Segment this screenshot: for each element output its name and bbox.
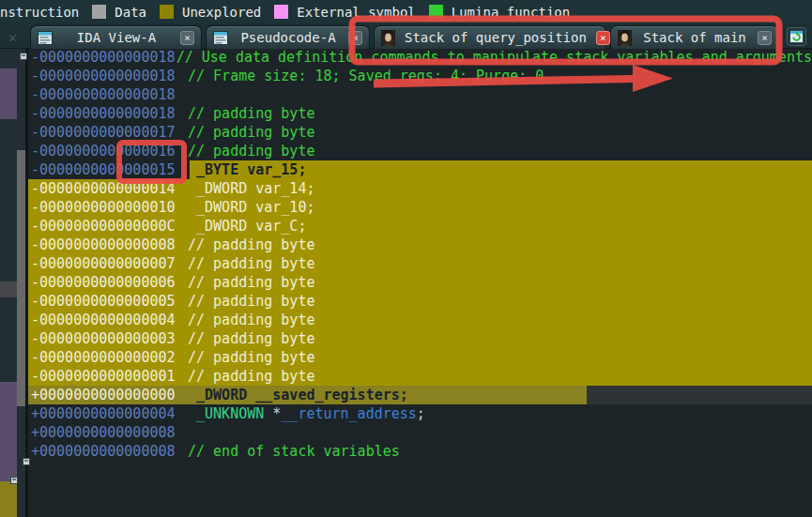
stack-offset: -0000000000000018 <box>28 85 188 104</box>
legend-item: Data <box>92 5 146 20</box>
stack-offset: -0000000000000010 <box>28 198 188 217</box>
stack-row[interactable]: +0000000000000008// end of stack variabl… <box>28 442 812 461</box>
stack-comment: // padding byte <box>188 123 314 142</box>
mini-window-icon <box>10 477 18 484</box>
stack-row[interactable]: +0000000000000008 <box>28 423 812 442</box>
stack-offset: +0000000000000008 <box>28 442 188 461</box>
stack-row[interactable]: -0000000000000007// padding byte <box>28 254 812 273</box>
stack-offset: -0000000000000008 <box>28 236 188 254</box>
stack-offset: -0000000000000004 <box>28 311 188 329</box>
portrait-icon <box>618 30 632 46</box>
left-dock-strip <box>0 49 28 517</box>
stack-declaration: _DWORD var_14; <box>188 179 314 198</box>
stack-row[interactable]: -0000000000000003// padding byte <box>28 329 812 348</box>
legend-item: nstruction <box>0 5 79 20</box>
legend-label: External symbol <box>297 5 415 20</box>
stack-comment: // padding byte <box>188 329 314 348</box>
legend-item: External symbol <box>274 5 415 20</box>
legend-swatch <box>274 5 288 19</box>
stack-comment: // padding byte <box>188 104 314 123</box>
stack-row[interactable]: -0000000000000015 _BYTE var_15; <box>28 160 812 179</box>
stack-offset: -0000000000000002 <box>28 348 188 367</box>
tab-label: IDA View-A <box>53 30 180 45</box>
stack-row[interactable]: +0000000000000000 _DWORD __saved_registe… <box>28 386 812 404</box>
color-legend-bar: nstructionDataUnexploredExternal symbolL… <box>0 0 812 23</box>
mini-window-icon <box>20 53 27 60</box>
stack-row[interactable]: -0000000000000018 <box>28 85 812 104</box>
stack-comment: // Frame size: 18; Saved regs: 4; Purge:… <box>188 67 544 85</box>
stack-comment: // padding byte <box>188 348 314 367</box>
stack-offset: -000000000000000C <box>28 217 188 236</box>
stack-row[interactable]: -000000000000000C _DWORD var_C; <box>28 217 812 236</box>
tab-pseudocode-a[interactable]: Pseudocode-A× <box>206 25 370 49</box>
tab-close-icon[interactable]: × <box>180 31 194 45</box>
stack-row[interactable]: +0000000000000004 _UNKNOWN *__return_add… <box>28 404 812 423</box>
legend-label: nstruction <box>0 5 79 20</box>
stack-offset: -0000000000000005 <box>28 292 188 311</box>
refresh-windows-icon[interactable] <box>787 27 806 46</box>
legend-label: Data <box>115 5 146 20</box>
stack-row[interactable]: -0000000000000008// padding byte <box>28 236 812 254</box>
stack-row[interactable]: -0000000000000006// padding byte <box>28 273 812 292</box>
tab-close-icon[interactable]: × <box>758 31 772 45</box>
stack-offset: -0000000000000018 <box>28 104 188 123</box>
code-segment: _UNKNOWN <box>188 404 264 423</box>
stack-frame-listing: -0000000000000018// Use data definition … <box>28 48 812 461</box>
stack-offset: -0000000000000001 <box>28 367 188 386</box>
stack-declaration: _DWORD var_10; <box>188 198 314 217</box>
tab-ida-view-a[interactable]: IDA View-A× <box>30 25 202 49</box>
legend-item: Unexplored <box>160 5 261 20</box>
legend-item: Lumina function <box>429 5 570 20</box>
stack-comment: // padding byte <box>188 367 314 386</box>
stack-offset: -0000000000000016 <box>28 142 188 160</box>
stack-comment: // padding byte <box>188 311 314 329</box>
tab-label: Stack of main <box>632 30 758 45</box>
portrait-icon <box>381 30 395 46</box>
legend-swatch <box>429 5 443 19</box>
tab-close-icon[interactable]: × <box>596 31 610 45</box>
stack-comment: // end of stack variables <box>188 442 400 461</box>
legend-swatch <box>160 5 174 19</box>
navband-purple-segment <box>0 68 17 119</box>
stack-row[interactable]: -0000000000000014 _DWORD var_14; <box>28 179 812 198</box>
stack-declaration: _DWORD __saved_registers; <box>188 386 408 404</box>
code-segment: ; <box>417 404 425 423</box>
legend-label: Unexplored <box>182 5 261 20</box>
navband-purple-segment <box>0 382 17 481</box>
legend-swatch <box>92 5 106 19</box>
stack-offset: -0000000000000014 <box>28 179 188 198</box>
code-segment: * <box>264 404 281 423</box>
stack-offset: -0000000000000015 <box>28 160 188 179</box>
stack-row[interactable]: -0000000000000018// padding byte <box>28 104 812 123</box>
mini-window-icon <box>23 458 30 465</box>
navband-olive-segment <box>0 481 17 517</box>
stack-row[interactable]: -0000000000000004// padding byte <box>28 311 812 329</box>
stack-offset: -0000000000000018 <box>28 67 188 85</box>
stack-offset: -0000000000000006 <box>28 273 188 292</box>
tab-stack-of-query-position[interactable]: Stack of query_position× <box>374 25 606 49</box>
tab-stack-of-main[interactable]: Stack of main× <box>610 25 779 49</box>
tab-label: Pseudocode-A <box>228 30 348 45</box>
tab-bar: IDA View-A×Pseudocode-A×Stack of query_p… <box>0 23 812 49</box>
stack-comment: // padding byte <box>188 292 314 311</box>
stack-comment: // padding byte <box>188 236 314 254</box>
window-view-icon <box>213 31 228 45</box>
stack-row[interactable]: -0000000000000017// padding byte <box>28 123 812 142</box>
dock-close-icon[interactable]: ✕ <box>8 29 17 46</box>
stack-comment: // padding byte <box>188 142 314 160</box>
tab-close-icon[interactable]: × <box>348 31 362 45</box>
stack-row[interactable]: -0000000000000016// padding byte <box>28 142 812 160</box>
tab-label: Stack of query_position <box>395 30 596 45</box>
stack-offset: +0000000000000000 <box>28 386 188 404</box>
stack-declaration: _BYTE var_15; <box>188 160 306 179</box>
window-view-icon <box>38 31 53 45</box>
stack-comment: // Use data definition commands to manip… <box>176 48 812 67</box>
stack-offset: -0000000000000003 <box>28 329 188 348</box>
stack-row[interactable]: -0000000000000018// Use data definition … <box>28 48 812 67</box>
stack-row[interactable]: -0000000000000018// Frame size: 18; Save… <box>28 67 812 85</box>
dock-scrollbar[interactable] <box>17 150 25 406</box>
stack-row[interactable]: -0000000000000001// padding byte <box>28 367 812 386</box>
stack-row[interactable]: -0000000000000010 _DWORD var_10; <box>28 198 812 217</box>
stack-row[interactable]: -0000000000000005// padding byte <box>28 292 812 311</box>
stack-row[interactable]: -0000000000000002// padding byte <box>28 348 812 367</box>
